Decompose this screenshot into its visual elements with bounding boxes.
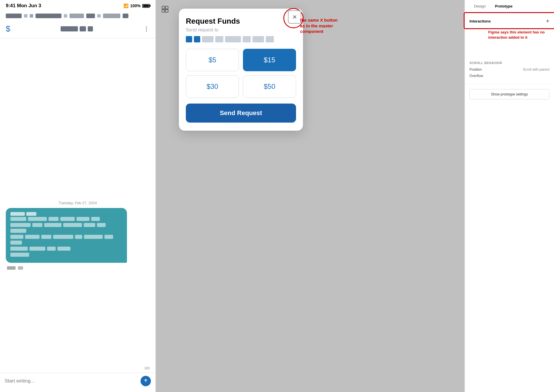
- modal-subtitle: Send request to: [186, 27, 296, 33]
- overflow-row: Overflow: [469, 74, 549, 78]
- amount-30-button[interactable]: $30: [186, 75, 239, 98]
- svg-rect-0: [162, 6, 165, 9]
- battery-icon: [142, 4, 150, 8]
- figma-annotation-area: Figma says this element has no interacti…: [465, 28, 554, 34]
- svg-rect-2: [162, 10, 165, 12]
- amount-15-button[interactable]: $15: [243, 49, 296, 71]
- modal-title: Request Funds: [186, 17, 296, 26]
- blur-row-1: [6, 13, 150, 19]
- dollar-icon: $: [6, 24, 10, 33]
- date-label: Tuesday, Feb 27, 2024: [0, 201, 156, 205]
- svg-rect-3: [165, 10, 168, 12]
- amount-50-button[interactable]: $50: [243, 75, 296, 98]
- status-bar: 9:41 Mon Jun 3 📶 100%: [0, 0, 156, 11]
- scroll-behavior-label: Scroll behavior: [469, 61, 549, 65]
- tab-design[interactable]: Design: [469, 0, 490, 13]
- recipients-row: [186, 36, 296, 42]
- send-request-button[interactable]: Send Request: [186, 104, 296, 123]
- content-area: [0, 41, 156, 197]
- canvas-area: ✕ Request Funds Send request to $5 $15 $…: [156, 0, 465, 392]
- interactions-label: Interactions: [469, 19, 491, 23]
- account-blur: [61, 26, 93, 31]
- chat-area: [0, 208, 156, 364]
- position-value: Scroll with parent: [523, 67, 549, 72]
- show-prototype-settings-button[interactable]: Show prototype settings: [469, 89, 549, 100]
- panel-tabs: Design Prototype: [465, 0, 554, 13]
- more-options-icon[interactable]: ⋮: [143, 25, 150, 32]
- message-input[interactable]: [5, 378, 137, 384]
- tab-prototype[interactable]: Prototype: [490, 0, 517, 13]
- divider-1: [0, 38, 156, 38]
- iphone-panel: 9:41 Mon Jun 3 📶 100% $ ⋮: [0, 0, 156, 392]
- chat-bubble: [6, 208, 127, 263]
- sender-name-blur: [10, 212, 122, 216]
- overflow-label: Overflow: [469, 74, 483, 78]
- figma-annotation-text: Figma says this element has no interacti…: [488, 30, 552, 40]
- add-interaction-button[interactable]: +: [546, 18, 549, 25]
- page-counter: 0/0: [0, 364, 156, 373]
- svg-rect-1: [165, 6, 168, 9]
- right-panel: Design Prototype Interactions + Figma sa…: [465, 0, 554, 392]
- bottom-input-bar: [0, 373, 156, 392]
- status-icons: 📶 100%: [123, 3, 150, 8]
- frame-icon[interactable]: [161, 5, 169, 13]
- interactions-section-header: Interactions +: [465, 13, 554, 28]
- scroll-behavior-section: Scroll behavior Position Scroll with par…: [465, 57, 554, 85]
- request-funds-modal: ✕ Request Funds Send request to $5 $15 $…: [179, 9, 303, 131]
- amount-grid: $5 $15 $30 $50: [186, 49, 296, 98]
- send-arrow-icon: [143, 378, 148, 384]
- status-time: 9:41 Mon Jun 3: [6, 3, 41, 9]
- position-row: Position Scroll with parent: [469, 67, 549, 72]
- dollar-row: $ ⋮: [0, 22, 156, 36]
- position-label: Position: [469, 67, 482, 72]
- send-button[interactable]: [141, 376, 151, 386]
- amount-5-button[interactable]: $5: [186, 49, 239, 71]
- battery-percent: 100%: [130, 3, 141, 8]
- close-icon-button[interactable]: ✕: [288, 10, 301, 24]
- wifi-icon: 📶: [123, 3, 128, 8]
- x-button-annotation: the same X button as in the master compo…: [300, 17, 340, 34]
